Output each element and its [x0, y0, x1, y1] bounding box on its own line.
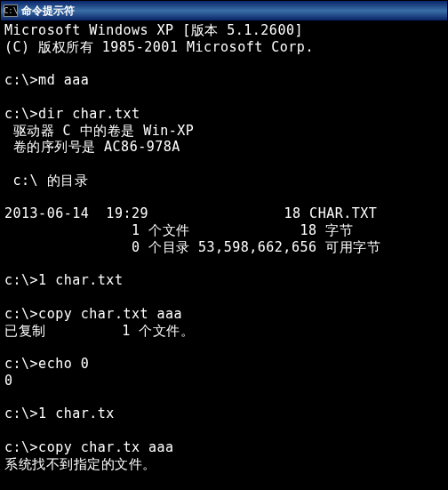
terminal-output[interactable]: Microsoft Windows XP [版本 5.1.2600] (C) 版… [1, 20, 447, 489]
cmd-icon: C:\ [4, 4, 18, 17]
window-title: 命令提示符 [21, 4, 75, 19]
window-titlebar[interactable]: C:\ 命令提示符 [1, 1, 447, 20]
